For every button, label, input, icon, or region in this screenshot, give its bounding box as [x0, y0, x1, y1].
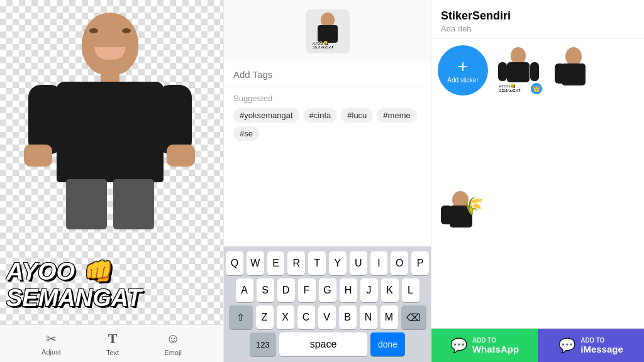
key-n[interactable]: N [360, 305, 377, 329]
crown-badge: 👑 [531, 83, 542, 94]
emoji-tool[interactable]: ☺ Emoji [164, 331, 182, 356]
key-i[interactable]: I [370, 251, 388, 275]
plus-icon: + [458, 58, 468, 75]
add-sticker-button[interactable]: + Add sticker [438, 45, 488, 96]
add-to-whatsapp-button[interactable]: 💬 ADD TO WhatsApp [431, 329, 538, 362]
key-backspace[interactable]: ⌫ [401, 305, 426, 329]
adjust-icon: ✂ [46, 331, 57, 346]
key-p[interactable]: P [411, 251, 429, 275]
suggested-label: Suggested [233, 94, 421, 103]
sticker-mini-2 [550, 47, 597, 94]
key-c[interactable]: C [297, 305, 315, 329]
sticker-item-2[interactable] [548, 45, 599, 96]
add-sticker-label: Add sticker [447, 77, 478, 84]
key-z[interactable]: Z [256, 305, 274, 329]
key-o[interactable]: O [391, 251, 408, 275]
tag-chip[interactable]: #yoksemangat [233, 108, 299, 123]
sticker-mini-3: 🌾 [440, 188, 487, 235]
key-j[interactable]: J [360, 278, 378, 302]
key-v[interactable]: V [318, 305, 336, 329]
key-a[interactable]: A [236, 278, 253, 302]
sticker-preview-panel: AYOO 👊 semaNGAT ✂ Adjust T Text ☺ Emoji [0, 0, 223, 362]
person-left-arm [28, 85, 63, 154]
whatsapp-add-to-label: ADD TO [472, 337, 496, 344]
key-w[interactable]: W [247, 251, 264, 275]
key-q[interactable]: Q [226, 251, 243, 275]
imessage-icon: 💬 [558, 337, 575, 354]
keyboard-row-3: ⇧ Z X C V B N M ⌫ [226, 305, 429, 329]
virtual-keyboard[interactable]: Q W E R T Y U I O P A S D F G H J K L ⇧ … [224, 246, 431, 362]
person-right-leg [113, 179, 154, 229]
imessage-app-name: iMessage [580, 344, 623, 354]
keyboard-row-4: 123 space done [226, 332, 429, 356]
person-right-hand [167, 145, 195, 167]
key-t[interactable]: T [308, 251, 326, 275]
keyboard-row-2: A S D F G H J K L [226, 278, 429, 302]
key-k[interactable]: K [381, 278, 399, 302]
sticker-thumbnail-area: AYOO 👊SEMANGAT [224, 0, 431, 63]
emoji-label: Emoji [164, 349, 182, 356]
person-right-arm [157, 85, 192, 154]
key-e[interactable]: E [267, 251, 285, 275]
tag-chip[interactable]: #se [233, 126, 259, 141]
key-d[interactable]: D [277, 278, 295, 302]
tags-input[interactable] [233, 69, 421, 80]
key-y[interactable]: Y [329, 251, 347, 275]
tags-input-area[interactable] [224, 63, 431, 87]
emoji-icon: ☺ [166, 331, 180, 347]
whatsapp-icon: 💬 [450, 337, 467, 354]
key-numbers[interactable]: 123 [250, 332, 276, 356]
person-torso [57, 82, 164, 182]
key-u[interactable]: U [350, 251, 367, 275]
key-done[interactable]: done [370, 332, 405, 356]
key-g[interactable]: G [319, 278, 336, 302]
editor-toolbar: ✂ Adjust T Text ☺ Emoji [0, 324, 223, 362]
pack-header: StikerSendiri Ada deh [431, 0, 644, 39]
sticker-grid: + Add sticker AYOO 👊SEMANGAT 👑 [431, 39, 644, 328]
sticker-figure [19, 13, 208, 226]
pack-subtitle: Ada deh [441, 24, 635, 33]
adjust-tool[interactable]: ✂ Adjust [42, 331, 61, 356]
whatsapp-btn-text: ADD TO WhatsApp [472, 337, 519, 354]
key-s[interactable]: S [257, 278, 274, 302]
sticker-item-1[interactable]: AYOO 👊SEMANGAT 👑 [493, 45, 543, 96]
imessage-btn-text: ADD TO iMessage [580, 337, 623, 354]
text-tool[interactable]: T Text [106, 331, 119, 356]
action-buttons: 💬 ADD TO WhatsApp 💬 ADD TO iMessage [431, 328, 644, 362]
pack-title: StikerSendiri [441, 9, 635, 23]
key-h[interactable]: H [340, 278, 357, 302]
key-r[interactable]: R [287, 251, 305, 275]
sticker-item-3[interactable]: 🌾 [438, 186, 488, 236]
sticker-mini-1: AYOO 👊SEMANGAT 👑 [495, 47, 542, 94]
suggested-tags-list: #yoksemangat #cinta #lucu #meme #se [233, 108, 421, 141]
key-b[interactable]: B [339, 305, 357, 329]
adjust-label: Adjust [42, 348, 61, 356]
key-shift[interactable]: ⇧ [229, 305, 253, 329]
person-left-hand [24, 145, 52, 167]
editor-panel: AYOO 👊SEMANGAT Suggested #yoksemangat #c… [223, 0, 431, 362]
suggested-section: Suggested #yoksemangat #cinta #lucu #mem… [224, 87, 431, 144]
key-m[interactable]: M [380, 305, 398, 329]
key-f[interactable]: F [298, 278, 316, 302]
keyboard-row-1: Q W E R T Y U I O P [226, 251, 429, 275]
key-l[interactable]: L [402, 278, 419, 302]
tag-chip[interactable]: #lucu [341, 108, 373, 123]
person-head [82, 13, 138, 75]
sticker-thumbnail: AYOO 👊SEMANGAT [306, 9, 350, 53]
tag-chip[interactable]: #cinta [303, 108, 338, 123]
whatsapp-app-name: WhatsApp [472, 344, 519, 354]
imessage-add-to-label: ADD TO [580, 337, 604, 344]
person-left-leg [66, 179, 107, 229]
key-x[interactable]: X [277, 305, 294, 329]
tag-chip[interactable]: #meme [377, 108, 416, 123]
key-space[interactable]: space [279, 332, 367, 356]
add-sticker-item[interactable]: + Add sticker [438, 45, 488, 96]
text-label: Text [106, 349, 119, 356]
sticker-pack-panel: StikerSendiri Ada deh + Add sticker AYOO… [431, 0, 644, 362]
text-icon: T [108, 331, 118, 347]
sticker-text: AYOO 👊 semaNGAT [6, 259, 142, 312]
add-to-imessage-button[interactable]: 💬 ADD TO iMessage [538, 329, 644, 362]
